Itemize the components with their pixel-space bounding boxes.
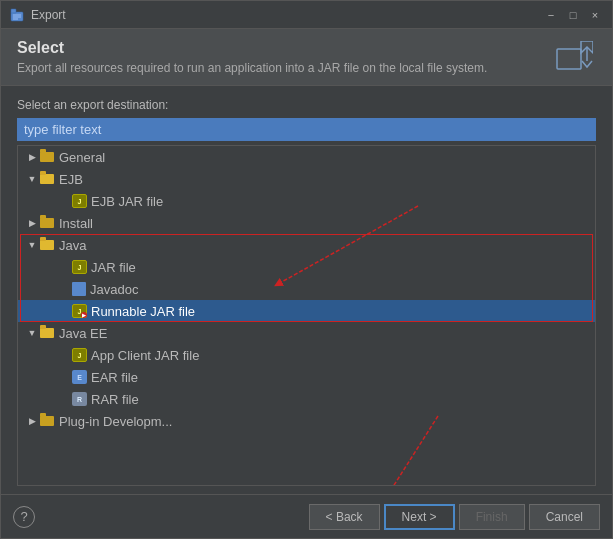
label-jar: JAR file <box>91 260 136 275</box>
minimize-button[interactable]: − <box>542 7 560 23</box>
window-title: Export <box>31 8 542 22</box>
dialog-title: Select <box>17 39 487 57</box>
tree-item-general[interactable]: ▶ General <box>18 146 595 168</box>
label-ejb-jar: EJB JAR file <box>91 194 163 209</box>
folder-icon-java-ee <box>40 325 55 341</box>
tree-item-rar[interactable]: ▶ R RAR file <box>18 388 595 410</box>
header-export-icon <box>552 39 596 75</box>
svg-rect-19 <box>40 413 46 417</box>
svg-rect-13 <box>40 215 46 219</box>
file-icon-runnable-jar: ▶ J <box>72 304 87 318</box>
svg-rect-11 <box>40 171 46 175</box>
finish-button[interactable]: Finish <box>459 504 525 530</box>
tree-item-jar[interactable]: ▶ J JAR file <box>18 256 595 278</box>
svg-rect-8 <box>40 152 54 162</box>
label-general: General <box>59 150 105 165</box>
label-rar: RAR file <box>91 392 139 407</box>
label-app-client: App Client JAR file <box>91 348 199 363</box>
svg-rect-16 <box>40 328 54 338</box>
tree-item-ear[interactable]: ▶ E EAR file <box>18 366 595 388</box>
file-icon-ear: E <box>72 370 87 384</box>
tree-item-ejb[interactable]: ▼ EJB <box>18 168 595 190</box>
svg-rect-1 <box>11 9 16 13</box>
arrow-general: ▶ <box>26 151 38 163</box>
label-runnable-jar: Runnable JAR file <box>91 304 195 319</box>
window-controls: − □ × <box>542 7 604 23</box>
folder-icon-java <box>40 237 55 253</box>
export-dialog: Export − □ × Select Export all resources… <box>0 0 613 539</box>
folder-icon-install <box>40 215 55 231</box>
back-button[interactable]: < Back <box>309 504 380 530</box>
tree-item-install[interactable]: ▶ Install <box>18 212 595 234</box>
tree-item-plugin[interactable]: ▶ Plug-in Developm... <box>18 410 595 432</box>
close-button[interactable]: × <box>586 7 604 23</box>
filter-input[interactable] <box>17 118 596 141</box>
arrow-java: ▼ <box>26 239 38 251</box>
svg-rect-18 <box>40 416 54 426</box>
svg-rect-5 <box>557 49 581 69</box>
tree-item-javadoc[interactable]: ▶ Javadoc <box>18 278 595 300</box>
tree-item-java[interactable]: ▼ Java <box>18 234 595 256</box>
label-plugin: Plug-in Developm... <box>59 414 172 429</box>
dialog-header: Select Export all resources required to … <box>1 29 612 86</box>
file-icon-rar: R <box>72 392 87 406</box>
svg-rect-9 <box>40 149 46 153</box>
arrow-ejb: ▼ <box>26 173 38 185</box>
next-button[interactable]: Next > <box>384 504 455 530</box>
file-icon-ejb-jar: J <box>72 194 87 208</box>
svg-rect-10 <box>40 174 54 184</box>
svg-rect-12 <box>40 218 54 228</box>
label-java-ee: Java EE <box>59 326 107 341</box>
tree-item-java-ee[interactable]: ▼ Java EE <box>18 322 595 344</box>
folder-icon-ejb <box>40 171 55 187</box>
file-icon-javadoc <box>72 282 86 296</box>
folder-icon-plugin <box>40 413 55 429</box>
svg-rect-17 <box>40 325 46 329</box>
label-java: Java <box>59 238 86 253</box>
dialog-subtitle: Export all resources required to run an … <box>17 61 487 75</box>
tree-item-runnable-jar[interactable]: ▶ ▶ J Runnable JAR file <box>18 300 595 322</box>
java-section: ▼ Java ▶ J JAR file ▶ Javadoc <box>18 234 595 322</box>
dialog-content: Select an export destination: ▶ General … <box>1 86 612 494</box>
title-bar: Export − □ × <box>1 1 612 29</box>
tree-container[interactable]: ▶ General ▼ EJB ▶ J EJB JAR file <box>17 145 596 486</box>
svg-rect-0 <box>11 12 23 21</box>
tree-item-app-client[interactable]: ▶ J App Client JAR file <box>18 344 595 366</box>
svg-rect-14 <box>40 240 54 250</box>
arrow-plugin: ▶ <box>26 415 38 427</box>
export-destination-label: Select an export destination: <box>17 98 596 112</box>
file-icon-app-client: J <box>72 348 87 362</box>
label-javadoc: Javadoc <box>90 282 138 297</box>
label-ejb: EJB <box>59 172 83 187</box>
cancel-button[interactable]: Cancel <box>529 504 600 530</box>
bottom-bar: ? < Back Next > Finish Cancel <box>1 494 612 538</box>
maximize-button[interactable]: □ <box>564 7 582 23</box>
arrow-java-ee: ▼ <box>26 327 38 339</box>
label-install: Install <box>59 216 93 231</box>
window-icon <box>9 7 25 23</box>
tree-item-ejb-jar[interactable]: ▶ J EJB JAR file <box>18 190 595 212</box>
folder-icon-general <box>40 149 55 165</box>
file-icon-jar: J <box>72 260 87 274</box>
label-ear: EAR file <box>91 370 138 385</box>
arrow-install: ▶ <box>26 217 38 229</box>
svg-rect-15 <box>40 237 46 241</box>
help-button[interactable]: ? <box>13 506 35 528</box>
